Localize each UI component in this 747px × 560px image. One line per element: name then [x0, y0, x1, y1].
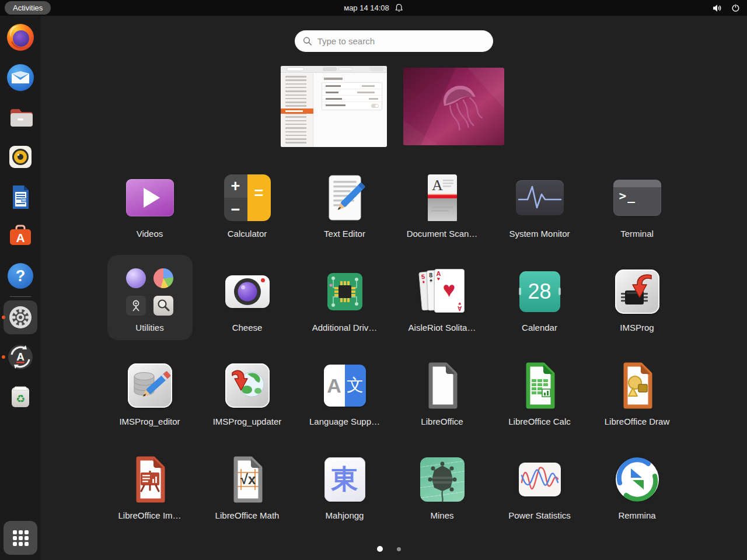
libreoffice-writer-icon[interactable] — [6, 183, 34, 211]
app-system-monitor[interactable]: System Monitor — [491, 174, 588, 268]
power-statistics-icon — [516, 456, 564, 503]
app-additional-drivers[interactable]: Additional Driv… — [296, 268, 393, 362]
libreoffice-draw-icon — [613, 362, 661, 410]
mahjongg-tile-icon: 東 — [321, 456, 369, 503]
svg-text:√x: √x — [240, 471, 256, 487]
cheese-icon — [224, 268, 271, 316]
app-power-statistics[interactable]: Power Statistics — [491, 456, 588, 550]
app-libreoffice-draw[interactable]: LibreOffice Draw — [588, 362, 686, 456]
app-calculator[interactable]: + − = Calculator — [198, 174, 296, 268]
terminal-icon: >_ — [613, 174, 661, 222]
help-icon[interactable]: ? — [6, 262, 34, 290]
app-label: Additional Driv… — [312, 323, 378, 332]
app-libreoffice[interactable]: LibreOffice — [393, 362, 491, 456]
latin-letter: A — [324, 365, 345, 407]
app-cheese[interactable]: Cheese — [198, 268, 296, 362]
heart-suit-icon: ♥ — [443, 278, 456, 302]
thunderbird-icon[interactable] — [6, 64, 34, 92]
app-label: LibreOffice Calc — [508, 417, 570, 426]
window-preview-wallpaper[interactable] — [403, 68, 504, 145]
app-label: LibreOffice Draw — [605, 417, 669, 426]
clock-button[interactable]: мар 14 14:08 — [344, 0, 403, 16]
mines-icon — [418, 456, 466, 503]
activities-button[interactable]: Activities — [5, 1, 51, 15]
files-icon[interactable] — [6, 103, 34, 131]
libreoffice-calc-icon — [516, 362, 564, 410]
app-label: IMSProg — [620, 323, 654, 332]
aisleriot-cards-icon: 5♦ 8♠ A♥ ♥ A♥ — [418, 268, 466, 316]
additional-drivers-icon — [321, 268, 369, 316]
app-aisleriot[interactable]: 5♦ 8♠ A♥ ♥ A♥ AisleRiot Solita… — [393, 268, 491, 362]
cjk-letter: 文 — [345, 365, 366, 407]
app-mines[interactable]: Mines — [393, 456, 491, 550]
search-input[interactable] — [317, 36, 485, 46]
ubuntu-software-icon[interactable]: A — [6, 222, 34, 250]
calculator-icon: + − = — [224, 174, 271, 222]
rhythmbox-icon[interactable] — [6, 143, 34, 171]
power-icon — [731, 4, 740, 12]
libreoffice-math-icon: √x — [224, 456, 271, 503]
clock-text: мар 14 14:08 — [344, 4, 389, 12]
preview-settings-panel — [322, 82, 382, 110]
playing-card-ace-of-hearts: A♥ ♥ A♥ — [434, 269, 465, 313]
window-preview-settings[interactable] — [281, 66, 387, 147]
preview-heading — [324, 78, 343, 80]
app-imsprog[interactable]: IMSProg — [588, 268, 686, 362]
apps-grid-icon — [12, 529, 29, 547]
app-label: Document Scan… — [407, 229, 478, 239]
app-libreoffice-impress[interactable]: LibreOffice Im… — [101, 456, 198, 550]
play-icon — [144, 188, 160, 208]
app-label: Terminal — [620, 229, 654, 239]
mahjongg-east-glyph: 東 — [331, 461, 358, 498]
bell-icon — [395, 3, 403, 13]
show-applications-button[interactable] — [4, 521, 37, 555]
gnome-activities-overview: { "topbar": { "activities_label": "Activ… — [0, 0, 747, 560]
magnifier-utility-icon — [153, 296, 173, 316]
search-bar[interactable] — [295, 30, 493, 52]
svg-text:A: A — [432, 177, 443, 194]
svg-text:?: ? — [16, 267, 26, 285]
app-text-editor[interactable]: Text Editor — [296, 174, 393, 268]
app-folder-utilities[interactable]: Utilities — [101, 268, 198, 362]
updater-running-dot — [2, 355, 5, 359]
firefox-icon[interactable] — [6, 23, 34, 51]
app-libreoffice-math[interactable]: √x LibreOffice Math — [198, 456, 296, 550]
dash-dock: A ? — [0, 16, 41, 560]
app-language-support[interactable]: A 文 Language Supp… — [296, 362, 393, 456]
imsprog-icon — [613, 268, 661, 316]
settings-icon — [6, 303, 34, 331]
app-videos[interactable]: Videos — [101, 174, 198, 268]
settings-icon-active-box[interactable] — [4, 300, 37, 334]
trash-icon[interactable]: ♻ — [6, 383, 34, 411]
svg-text:A: A — [16, 231, 25, 244]
system-monitor-icon — [516, 174, 564, 222]
app-label: Power Statistics — [508, 511, 571, 520]
app-terminal[interactable]: >_ Terminal — [588, 174, 686, 268]
app-calendar[interactable]: 28 Calendar — [491, 268, 588, 362]
volume-icon — [712, 4, 722, 12]
system-status-menu[interactable] — [712, 0, 740, 16]
svg-text:♻: ♻ — [16, 393, 25, 405]
app-imsprog-updater[interactable]: IMSProg_updater — [198, 362, 296, 456]
app-grid: Videos + − = Calculator — [101, 174, 686, 552]
software-updater-icon[interactable]: A — [6, 343, 34, 371]
page-indicator — [377, 546, 401, 552]
app-label: Mines — [430, 511, 453, 520]
folder-label: Utilities — [135, 323, 163, 332]
app-remmina[interactable]: Remmina — [588, 456, 686, 550]
app-label: Remmina — [618, 511, 655, 520]
app-document-scanner[interactable]: A Document Scan… — [393, 174, 491, 268]
dock-separator — [10, 296, 31, 297]
app-mahjongg[interactable]: 東 Mahjongg — [296, 456, 393, 550]
page-dot-1-active[interactable] — [377, 546, 383, 552]
app-label: AisleRiot Solita… — [409, 323, 476, 332]
calendar-icon: 28 — [516, 268, 564, 316]
page-dot-2[interactable] — [397, 547, 401, 551]
orb-utility-icon — [126, 268, 146, 288]
search-icon — [303, 36, 312, 46]
app-imsprog-editor[interactable]: IMSProg_editor — [101, 362, 198, 456]
top-bar: Activities мар 14 14:08 — [0, 0, 747, 16]
app-libreoffice-calc[interactable]: LibreOffice Calc — [491, 362, 588, 456]
settings-running-dot — [2, 316, 5, 319]
app-label: Cheese — [232, 323, 263, 332]
